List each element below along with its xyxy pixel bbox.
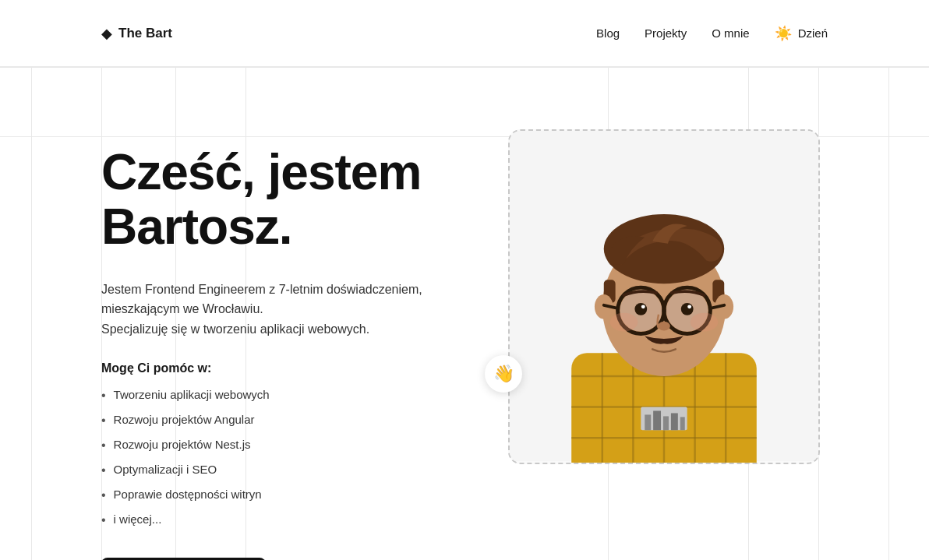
logo[interactable]: ◆ The Bart xyxy=(101,25,172,42)
hero-heading-line2: Bartosz. xyxy=(101,199,292,255)
wave-emoji: 👋 xyxy=(493,364,514,384)
logo-diamond-icon: ◆ xyxy=(101,25,112,42)
hero-heading-line1: Cześć, jestem xyxy=(101,144,421,200)
svg-point-34 xyxy=(681,303,694,315)
svg-point-36 xyxy=(687,305,691,308)
skill-text-3: Rozwoju projektów Nest.js xyxy=(114,436,251,454)
main-content: Cześć, jestem Bartosz. Jestem Frontend E… xyxy=(0,67,929,560)
hero-desc-line3: Specjalizuję się w tworzeniu aplikacji w… xyxy=(101,322,369,336)
skills-list: Tworzeniu aplikacji webowych Rozwoju pro… xyxy=(101,386,454,530)
skill-item-6: i więcej... xyxy=(101,511,454,530)
linkedin-button[interactable]: Znajdź mnie na LinkedIn xyxy=(101,558,266,560)
can-help-heading: Mogę Ci pomóc w: xyxy=(101,361,454,375)
skill-item-3: Rozwoju projektów Nest.js xyxy=(101,436,454,455)
avatar-illustration xyxy=(510,131,818,463)
svg-point-38 xyxy=(610,313,638,332)
svg-rect-18 xyxy=(680,417,685,430)
header: ◆ The Bart Blog Projekty O mnie ☀️ Dzień xyxy=(0,0,929,67)
avatar-svg xyxy=(510,129,818,463)
skill-text-5: Poprawie dostępności witryn xyxy=(114,486,262,504)
avatar-card xyxy=(508,129,820,464)
skill-item-2: Rozwoju projektów Angular xyxy=(101,411,454,430)
skill-text-6: i więcej... xyxy=(114,511,162,529)
nav-projects[interactable]: Projekty xyxy=(645,26,687,40)
skill-item-5: Poprawie dostępności witryn xyxy=(101,486,454,505)
logo-text: The Bart xyxy=(118,26,172,41)
main-nav: Blog Projekty O mnie ☀️ Dzień xyxy=(596,25,828,42)
wave-badge: 👋 xyxy=(485,355,522,393)
svg-point-33 xyxy=(634,303,647,315)
skill-item-1: Tworzeniu aplikacji webowych xyxy=(101,386,454,405)
hero-desc-line2: mieszkającym we Wrocławiu. xyxy=(101,302,263,315)
svg-rect-14 xyxy=(645,414,651,430)
nav-about[interactable]: O mnie xyxy=(712,26,749,40)
hero-description: Jestem Frontend Engineerem z 7-letnim do… xyxy=(101,280,454,340)
svg-rect-16 xyxy=(663,416,669,430)
right-content: 👋 xyxy=(500,129,828,464)
left-content: Cześć, jestem Bartosz. Jestem Frontend E… xyxy=(101,129,454,560)
skill-item-4: Optymalizacji i SEO xyxy=(101,461,454,480)
skill-text-2: Rozwoju projektów Angular xyxy=(114,411,255,429)
sun-icon: ☀️ xyxy=(775,25,792,42)
theme-toggle-button[interactable]: ☀️ Dzień xyxy=(775,25,828,42)
nav-blog[interactable]: Blog xyxy=(596,26,620,40)
skill-text-4: Optymalizacji i SEO xyxy=(114,461,217,479)
hero-heading: Cześć, jestem Bartosz. xyxy=(101,145,454,255)
svg-point-35 xyxy=(641,305,645,308)
svg-point-39 xyxy=(691,313,719,332)
hero-desc-line1: Jestem Frontend Engineerem z 7-letnim do… xyxy=(101,283,422,296)
skill-text-1: Tworzeniu aplikacji webowych xyxy=(114,386,270,404)
svg-point-37 xyxy=(658,322,670,331)
svg-rect-17 xyxy=(671,413,678,430)
theme-label: Dzień xyxy=(798,26,828,40)
svg-rect-15 xyxy=(653,411,661,431)
